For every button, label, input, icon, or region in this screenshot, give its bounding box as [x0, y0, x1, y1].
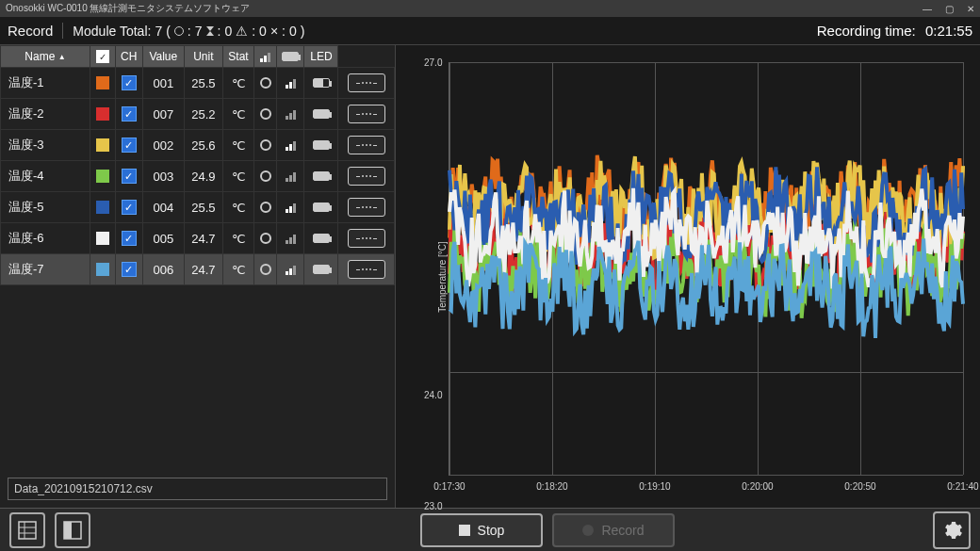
signal-icon	[280, 264, 301, 275]
col-unit[interactable]: Unit	[184, 46, 222, 68]
col-battery[interactable]	[277, 46, 304, 68]
channel-panel: Name ▲ ✓ CH Value Unit Stat LED 温度-1✓001…	[0, 45, 396, 508]
row-led[interactable]	[338, 161, 395, 192]
battery-icon	[282, 52, 299, 61]
toggle-all-icon: ✓	[96, 50, 109, 63]
row-checkbox[interactable]: ✓	[115, 192, 142, 223]
status-ok-icon	[260, 233, 271, 244]
stop-button[interactable]: Stop	[420, 513, 543, 547]
col-signal[interactable]	[254, 46, 277, 68]
row-value: 24.7	[184, 254, 222, 285]
layout-list-button[interactable]	[9, 512, 45, 548]
layout-split-button[interactable]	[55, 512, 90, 548]
row-checkbox[interactable]: ✓	[115, 130, 142, 161]
row-value: 24.7	[184, 223, 222, 254]
row-checkbox[interactable]: ✓	[115, 68, 142, 99]
row-checkbox[interactable]: ✓	[115, 161, 142, 192]
row-led[interactable]	[338, 99, 395, 130]
stop-icon	[459, 525, 470, 536]
row-unit: ℃	[222, 161, 253, 192]
led-button	[348, 136, 385, 154]
col-stat[interactable]: Stat	[222, 46, 253, 68]
battery-icon	[313, 203, 330, 212]
led-button	[348, 260, 385, 279]
row-battery	[304, 161, 338, 192]
chart-xtick: 0:20:00	[742, 481, 773, 492]
chart-xtick: 0:20:50	[844, 481, 875, 492]
table-row[interactable]: 温度-3✓00225.6℃	[1, 130, 395, 161]
col-value[interactable]: Value	[142, 46, 184, 68]
row-battery	[304, 99, 338, 130]
table-row[interactable]: 温度-2✓00725.2℃	[1, 99, 395, 130]
row-led[interactable]	[338, 130, 395, 161]
table-row[interactable]: 温度-5✓00425.5℃	[1, 192, 395, 223]
row-checkbox[interactable]: ✓	[115, 223, 142, 254]
col-name[interactable]: Name ▲	[1, 46, 90, 68]
row-unit: ℃	[222, 99, 253, 130]
chart-plot[interactable]: 0:17:300:18:200:19:100:20:000:20:500:21:…	[449, 62, 963, 476]
titlebar: Onosokki WC-0010 無線計測モニタシステムソフトウェア — ▢ ✕	[0, 0, 980, 17]
led-button	[348, 167, 385, 186]
row-battery	[304, 223, 338, 254]
row-ch: 001	[142, 68, 184, 99]
led-button	[348, 229, 385, 248]
row-signal	[277, 68, 304, 99]
row-battery	[304, 254, 338, 285]
app-title: Onosokki WC-0010 無線計測モニタシステムソフトウェア	[6, 2, 250, 15]
row-signal	[277, 161, 304, 192]
chart-xtick: 0:17:30	[433, 481, 465, 492]
row-stat	[254, 254, 277, 285]
row-led[interactable]	[338, 254, 395, 285]
row-name: 温度-1	[1, 68, 90, 99]
close-icon[interactable]: ✕	[967, 4, 974, 14]
gear-icon	[940, 519, 963, 542]
chart-ylabel: Temperature [°C]	[437, 241, 448, 313]
signal-icon	[280, 139, 301, 151]
row-checkbox[interactable]: ✓	[115, 254, 142, 285]
row-ch: 006	[142, 254, 184, 285]
row-name: 温度-5	[1, 192, 90, 223]
status-ok-icon	[260, 264, 271, 275]
minimize-icon[interactable]: —	[923, 4, 932, 14]
row-stat	[254, 68, 277, 99]
settings-button[interactable]	[933, 511, 971, 549]
table-row[interactable]: 温度-4✓00324.9℃	[1, 161, 395, 192]
chart-xtick: 0:18:20	[536, 481, 567, 492]
maximize-icon[interactable]: ▢	[945, 4, 954, 14]
row-color	[90, 99, 116, 130]
col-ch[interactable]: CH	[115, 46, 142, 68]
output-file[interactable]: Data_20210915210712.csv	[8, 478, 387, 500]
col-led[interactable]: LED	[304, 46, 338, 68]
row-value: 25.5	[184, 68, 222, 99]
row-checkbox[interactable]: ✓	[115, 99, 142, 130]
row-name: 温度-7	[1, 254, 90, 285]
signal-icon	[280, 170, 301, 182]
row-stat	[254, 223, 277, 254]
row-stat	[254, 130, 277, 161]
error-icon: ×	[270, 24, 278, 39]
row-ch: 002	[142, 130, 184, 161]
row-signal	[277, 99, 304, 130]
col-color[interactable]: ✓	[90, 46, 116, 68]
signal-icon	[256, 51, 274, 62]
row-ch: 003	[142, 161, 184, 192]
row-color	[90, 68, 116, 99]
battery-icon	[313, 140, 330, 150]
row-color	[90, 254, 116, 285]
row-led[interactable]	[338, 223, 395, 254]
row-unit: ℃	[222, 130, 253, 161]
row-led[interactable]	[338, 68, 395, 99]
status-ok-icon	[260, 77, 271, 89]
row-ch: 004	[142, 192, 184, 223]
table-row[interactable]: 温度-1✓00125.5℃	[1, 68, 395, 99]
chart-xtick: 0:21:40	[947, 481, 978, 492]
row-signal	[277, 192, 304, 223]
chart-xtick: 0:19:10	[639, 481, 670, 492]
led-button	[348, 73, 385, 92]
table-row[interactable]: 温度-7✓00624.7℃	[1, 254, 395, 285]
warning-icon: ⚠	[236, 24, 248, 39]
row-battery	[304, 130, 338, 161]
row-unit: ℃	[222, 223, 253, 254]
table-row[interactable]: 温度-6✓00524.7℃	[1, 223, 395, 254]
row-led[interactable]	[338, 192, 395, 223]
